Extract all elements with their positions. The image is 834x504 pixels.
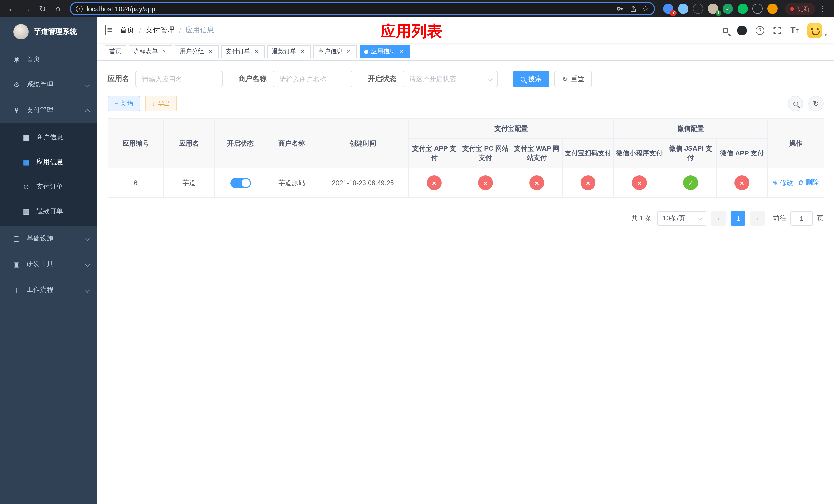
sidebar-item-infrastructure[interactable]: ▢ 基础设施: [0, 226, 97, 251]
export-button[interactable]: ↓ 导出: [145, 96, 177, 111]
profile-badge: 1: [716, 10, 721, 16]
url-text: localhost:1024/pay/app: [87, 5, 155, 13]
sidebar-item-app-info[interactable]: ▦ 应用信息: [0, 150, 97, 174]
plus-icon: +: [114, 100, 118, 107]
forward-icon[interactable]: →: [21, 2, 34, 15]
sidebar-item-system[interactable]: ⚙ 系统管理: [0, 72, 97, 97]
wechat-lite-status-icon: ×: [632, 175, 647, 190]
tab-payment-orders[interactable]: 支付订单 ×: [221, 45, 265, 58]
sidebar-fold-icon[interactable]: ≡: [97, 25, 120, 36]
extension-icon-4[interactable]: 1: [708, 4, 718, 14]
page-1-button[interactable]: 1: [731, 211, 745, 226]
search-icon[interactable]: [723, 27, 728, 33]
close-icon[interactable]: ×: [160, 48, 168, 55]
cell-app-id: 6: [108, 168, 163, 198]
cell-ops: ✎ 修改 删除: [768, 168, 824, 198]
app-name-label: 应用名: [108, 74, 129, 84]
extension-icon-6[interactable]: [738, 4, 748, 14]
col-merchant: 商户名称: [266, 119, 317, 168]
profile-avatar-icon[interactable]: [767, 4, 777, 14]
browser-update-button[interactable]: 更新: [785, 3, 815, 15]
cell-merchant: 芋道源码: [266, 168, 317, 198]
github-icon[interactable]: [737, 25, 747, 35]
reload-icon[interactable]: ↻: [36, 2, 49, 15]
status-select[interactable]: 请选择开启状态: [403, 71, 498, 87]
search-icon: [793, 101, 798, 106]
bookmark-star-icon[interactable]: ☆: [642, 4, 649, 13]
back-icon[interactable]: ←: [5, 2, 19, 15]
extension-icon-1[interactable]: 10: [663, 4, 674, 14]
trash-icon: [798, 180, 804, 186]
merchant-name-label: 商户名称: [238, 74, 267, 84]
logo-avatar: [13, 24, 29, 40]
site-info-icon[interactable]: i: [76, 5, 83, 12]
address-bar[interactable]: i localhost:1024/pay/app ☆: [70, 2, 655, 15]
toggle-search-button[interactable]: [788, 96, 803, 111]
infra-icon: ▢: [12, 234, 21, 243]
col-wechat-jsapi: 微信 JSAPI 支付: [665, 139, 716, 168]
close-icon[interactable]: ×: [299, 48, 306, 55]
user-avatar[interactable]: ▾: [807, 23, 827, 38]
refresh-icon: ↻: [562, 75, 568, 83]
app-name-input[interactable]: [135, 71, 223, 87]
sidebar-item-payment[interactable]: ¥ 支付管理: [0, 97, 97, 123]
group-wechat: 微信配置: [614, 119, 768, 139]
search-button[interactable]: 搜索: [513, 71, 549, 87]
extensions-puzzle-icon[interactable]: [752, 4, 763, 14]
tab-home[interactable]: 首页: [105, 45, 126, 58]
col-created: 创建时间: [317, 119, 409, 168]
fullscreen-icon[interactable]: [773, 26, 782, 35]
page-content: 应用名 商户名称 开启状态 请选择开启状态: [97, 61, 834, 504]
extension-icon-2[interactable]: [678, 4, 688, 14]
tab-refund-orders[interactable]: 退款订单 ×: [267, 45, 311, 58]
share-icon[interactable]: [629, 5, 637, 13]
col-app-id: 应用编号: [108, 119, 163, 168]
page-size-select[interactable]: 10条/页: [657, 211, 706, 226]
tab-process-form[interactable]: 流程表单 ×: [129, 45, 172, 58]
close-icon[interactable]: ×: [345, 48, 352, 55]
goto-page-input[interactable]: [790, 211, 813, 226]
password-key-icon[interactable]: [616, 5, 624, 13]
update-dot-icon: [790, 7, 794, 10]
breadcrumb-current: 应用信息: [185, 26, 214, 35]
sidebar-item-merchant-info[interactable]: ▤ 商户信息: [0, 125, 97, 150]
breadcrumb-payment[interactable]: 支付管理: [146, 26, 174, 35]
prev-page-button[interactable]: ‹: [711, 211, 726, 226]
extension-icon-5[interactable]: ✓: [723, 4, 733, 14]
add-button[interactable]: + 新增: [108, 96, 140, 111]
chevron-down-icon: [85, 261, 90, 267]
close-icon[interactable]: ×: [398, 48, 405, 55]
total-count: 共 1 条: [631, 214, 652, 223]
sidebar-item-home[interactable]: ◉ 首页: [0, 46, 97, 72]
col-alipay-qr: 支付宝扫码支付: [563, 139, 614, 168]
font-size-icon[interactable]: TT: [790, 26, 798, 35]
extension-icon-3[interactable]: [693, 4, 703, 14]
enable-switch[interactable]: [230, 178, 250, 188]
group-alipay: 支付宝配置: [409, 119, 614, 139]
close-icon[interactable]: ×: [207, 48, 214, 55]
pagination: 共 1 条 10条/页 ‹ 1 › 前往 页: [108, 211, 824, 226]
delete-button[interactable]: 删除: [798, 178, 819, 187]
help-icon[interactable]: ?: [755, 26, 764, 35]
home-icon[interactable]: ⌂: [51, 2, 65, 15]
sidebar-item-payment-orders[interactable]: ⊙ 支付订单: [0, 174, 97, 199]
close-icon[interactable]: ×: [253, 48, 260, 55]
breadcrumb-home[interactable]: 首页: [120, 26, 134, 35]
alipay-app-status-icon: ×: [427, 175, 442, 190]
app-logo[interactable]: 芋道管理系统: [0, 18, 97, 46]
next-page-button[interactable]: ›: [750, 211, 765, 226]
filter-form: 应用名 商户名称 开启状态 请选择开启状态: [108, 71, 824, 87]
tab-app-info[interactable]: 应用信息 ×: [359, 45, 410, 58]
col-alipay-wap: 支付宝 WAP 网站支付: [511, 139, 563, 168]
merchant-name-input[interactable]: [273, 71, 352, 87]
sidebar-item-dev-tools[interactable]: ▣ 研发工具: [0, 251, 97, 277]
tab-user-group[interactable]: 用户分组 ×: [175, 45, 219, 58]
reset-button[interactable]: ↻ 重置: [554, 71, 592, 87]
tab-merchant-info[interactable]: 商户信息 ×: [313, 45, 357, 58]
refresh-table-button[interactable]: ↻: [808, 96, 824, 111]
edit-button[interactable]: ✎ 修改: [773, 179, 793, 188]
sidebar-item-workflow[interactable]: ◫ 工作流程: [0, 277, 97, 302]
sidebar-item-refund-orders[interactable]: ▥ 退款订单: [0, 199, 97, 224]
browser-menu-icon[interactable]: ⋮: [817, 4, 829, 13]
card-icon: ▤: [22, 133, 30, 141]
